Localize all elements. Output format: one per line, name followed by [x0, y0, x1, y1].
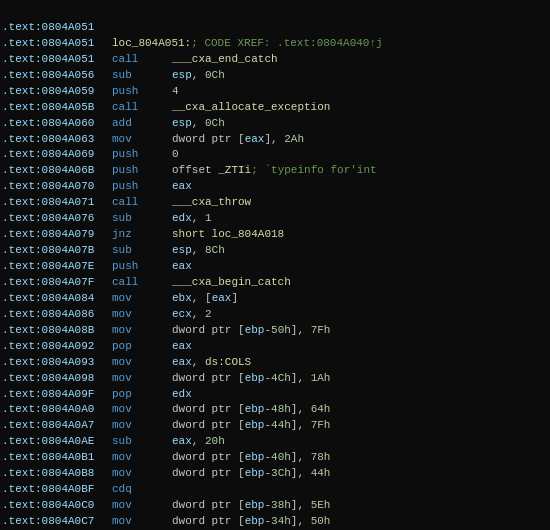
mnemonic: call: [112, 275, 172, 291]
table-row: .text:0804A08B mov dword ptr [ebp-50h], …: [2, 323, 548, 339]
operand: dword ptr [ebp-50h], 7Fh: [172, 323, 330, 339]
address: .text:0804A092: [2, 339, 112, 355]
address: .text:0804A079: [2, 227, 112, 243]
mnemonic: mov: [112, 355, 172, 371]
table-row: .text:0804A09F pop edx: [2, 387, 548, 403]
table-row: .text:0804A056 sub esp, 0Ch: [2, 68, 548, 84]
mnemonic: cdq: [112, 482, 172, 498]
table-row: .text:0804A051 loc_804A051: ; CODE XREF:…: [2, 36, 548, 52]
operand: ebx, [eax]: [172, 291, 238, 307]
mnemonic: sub: [112, 68, 172, 84]
operand: ___cxa_throw: [172, 195, 251, 211]
operand: ___cxa_begin_catch: [172, 275, 291, 291]
address: .text:0804A060: [2, 116, 112, 132]
address: .text:0804A07E: [2, 259, 112, 275]
mnemonic: sub: [112, 434, 172, 450]
mnemonic: mov: [112, 291, 172, 307]
mnemonic: mov: [112, 323, 172, 339]
address: .text:0804A05B: [2, 100, 112, 116]
address: .text:0804A098: [2, 371, 112, 387]
mnemonic: push: [112, 259, 172, 275]
table-row: .text:0804A0A0 mov dword ptr [ebp-48h], …: [2, 402, 548, 418]
mnemonic: mov: [112, 132, 172, 148]
mnemonic: mov: [112, 418, 172, 434]
address: .text:0804A070: [2, 179, 112, 195]
address: .text:0804A0C0: [2, 498, 112, 514]
operand: edx: [172, 387, 192, 403]
table-row: .text:0804A092 pop eax: [2, 339, 548, 355]
address: .text:0804A069: [2, 147, 112, 163]
operand: esp, 0Ch: [172, 68, 225, 84]
operand: __cxa_allocate_exception: [172, 100, 330, 116]
table-row: .text:0804A06B push offset _ZTIi ; `type…: [2, 163, 548, 179]
table-row: .text:0804A0AE sub eax, 20h: [2, 434, 548, 450]
address: .text:0804A084: [2, 291, 112, 307]
table-row: .text:0804A060 add esp, 0Ch: [2, 116, 548, 132]
mnemonic: push: [112, 179, 172, 195]
address: .text:0804A071: [2, 195, 112, 211]
address: .text:0804A08B: [2, 323, 112, 339]
mnemonic: pop: [112, 339, 172, 355]
table-row: .text:0804A076 sub edx, 1: [2, 211, 548, 227]
operand: eax, 20h: [172, 434, 225, 450]
address: .text:0804A0AE: [2, 434, 112, 450]
comment: ; `typeinfo for'int: [251, 163, 376, 179]
table-row: .text:0804A0C7 mov dword ptr [ebp-34h], …: [2, 514, 548, 530]
address: .text:0804A07B: [2, 243, 112, 259]
operand: dword ptr [ebp-4Ch], 1Ah: [172, 371, 330, 387]
address: .text:0804A0A7: [2, 418, 112, 434]
table-row: .text:0804A070 push eax: [2, 179, 548, 195]
mnemonic: pop: [112, 387, 172, 403]
table-row: .text:0804A069 push 0: [2, 147, 548, 163]
table-row: .text:0804A063 mov dword ptr [eax], 2Ah: [2, 132, 548, 148]
operand: dword ptr [eax], 2Ah: [172, 132, 304, 148]
table-row: .text:0804A0BF cdq: [2, 482, 548, 498]
operand: dword ptr [ebp-40h], 78h: [172, 450, 330, 466]
mnemonic: sub: [112, 211, 172, 227]
table-row: .text:0804A0A7 mov dword ptr [ebp-44h], …: [2, 418, 548, 434]
table-row: .text:0804A079 jnz short loc_804A018: [2, 227, 548, 243]
address: .text:0804A056: [2, 68, 112, 84]
mnemonic: call: [112, 100, 172, 116]
mnemonic: push: [112, 84, 172, 100]
mnemonic: mov: [112, 371, 172, 387]
mnemonic: call: [112, 52, 172, 68]
mnemonic: call: [112, 195, 172, 211]
mnemonic: jnz: [112, 227, 172, 243]
address: .text:0804A076: [2, 211, 112, 227]
address: .text:0804A0B1: [2, 450, 112, 466]
table-row: .text:0804A07F call ___cxa_begin_catch: [2, 275, 548, 291]
mnemonic: mov: [112, 307, 172, 323]
operand: dword ptr [ebp-3Ch], 44h: [172, 466, 330, 482]
address: .text:0804A086: [2, 307, 112, 323]
address: .text:0804A07F: [2, 275, 112, 291]
mnemonic: sub: [112, 243, 172, 259]
table-row: .text:0804A051: [2, 20, 548, 36]
operand: eax: [172, 339, 192, 355]
address: .text:0804A06B: [2, 163, 112, 179]
operand: 4: [172, 84, 179, 100]
address: .text:0804A0A0: [2, 402, 112, 418]
mnemonic: push: [112, 163, 172, 179]
table-row: .text:0804A098 mov dword ptr [ebp-4Ch], …: [2, 371, 548, 387]
table-row: .text:0804A07B sub esp, 8Ch: [2, 243, 548, 259]
mnemonic: mov: [112, 498, 172, 514]
operand: eax: [172, 259, 192, 275]
address: .text:0804A09F: [2, 387, 112, 403]
address: .text:0804A0B8: [2, 466, 112, 482]
table-row: .text:0804A059 push 4: [2, 84, 548, 100]
operand: dword ptr [ebp-34h], 50h: [172, 514, 330, 530]
operand: ___cxa_end_catch: [172, 52, 278, 68]
address: .text:0804A059: [2, 84, 112, 100]
address: .text:0804A063: [2, 132, 112, 148]
address: .text:0804A051: [2, 20, 112, 36]
table-row: .text:0804A086 mov ecx, 2: [2, 307, 548, 323]
mnemonic: mov: [112, 450, 172, 466]
address: .text:0804A0BF: [2, 482, 112, 498]
table-row: .text:0804A07E push eax: [2, 259, 548, 275]
operand: esp, 0Ch: [172, 116, 225, 132]
table-row: .text:0804A0B8 mov dword ptr [ebp-3Ch], …: [2, 466, 548, 482]
code-label: loc_804A051:: [112, 36, 191, 52]
address: .text:0804A0C7: [2, 514, 112, 530]
operand: edx, 1: [172, 211, 212, 227]
